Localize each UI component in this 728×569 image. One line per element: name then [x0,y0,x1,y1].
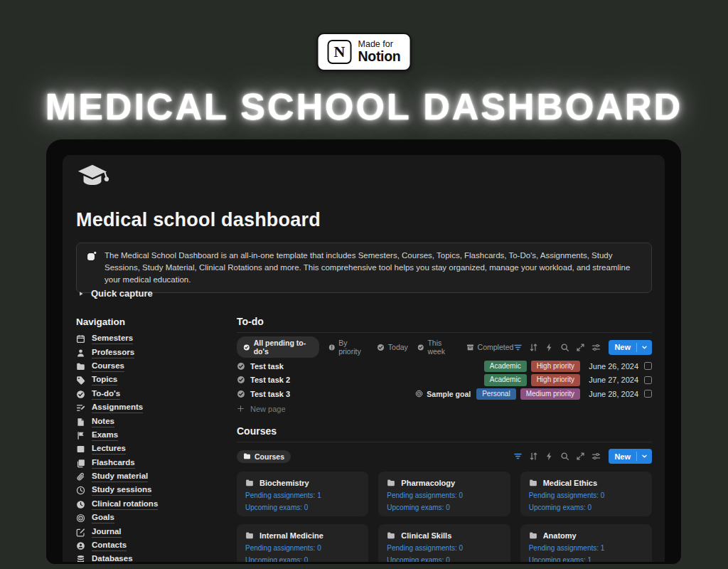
sidebar-item-journal[interactable]: Journal [76,525,227,538]
sidebar-item-flashcards[interactable]: Flashcards [76,457,227,470]
search-icon[interactable] [560,343,569,352]
new-page-button[interactable]: New page [237,405,652,413]
exclamation-circle-icon [328,344,336,351]
expand-icon[interactable] [576,343,585,352]
folder-icon [245,531,254,540]
course-card-internal-medicine[interactable]: Internal Medicine Pending assignments: 0… [237,524,368,562]
paperclip-icon [76,472,85,482]
search-icon[interactable] [560,452,569,461]
course-name: Clinical Skills [401,531,451,540]
sidebar-item-assignments[interactable]: Assignments [76,401,227,415]
check-circle-icon [237,390,245,398]
course-card-medical-ethics[interactable]: Medical Ethics Pending assignments: 0 Up… [520,472,652,516]
view-tab-today[interactable]: Today [377,343,408,351]
todo-tabs: All pending to-do's By priority Today Th… [237,336,513,358]
new-todo-button[interactable]: New [609,340,652,355]
sidebar-item-contacts[interactable]: Contacts [76,539,227,553]
quick-capture-label: Quick capture [91,288,153,299]
view-tab-all-pending-to-do-s[interactable]: All pending to-do's [237,336,319,358]
sidebar-item-notes[interactable]: Notes [76,415,227,428]
navigation-sidebar: Navigation Semesters Professors Courses … [76,317,227,562]
settings-icon[interactable] [592,343,601,352]
tag-academic: Academic [484,374,527,386]
sort-icon[interactable] [529,452,538,461]
upcoming-exams: Upcoming exams: 1 [529,556,643,562]
check-circle-icon [377,344,385,351]
page-title: Medical school dashboard [76,209,321,231]
sidebar-item-study-sessions[interactable]: Study sessions [76,484,227,497]
pending-assignments: Pending assignments: 0 [387,491,501,499]
done-checkbox[interactable] [644,362,652,370]
upcoming-exams: Upcoming exams: 0 [245,504,360,511]
lightning-icon[interactable] [545,452,554,461]
badge-notion: Notion [358,49,401,63]
view-tab-completed[interactable]: Completed [466,343,514,351]
done-checkbox[interactable] [644,376,652,384]
course-card-clinical-skills[interactable]: Clinical Skills Pending assignments: 0 U… [378,524,510,562]
todo-toolbar [513,343,601,352]
graduation-cap-icon [76,163,109,191]
sidebar-item-goals[interactable]: Goals [76,511,227,525]
new-button-label: New [609,452,636,461]
sort-icon[interactable] [529,343,538,352]
course-card-biochemistry[interactable]: Biochemistry Pending assignments: 1 Upco… [237,472,368,516]
chevron-down-icon[interactable] [641,453,648,459]
tag-group: AcademicHigh priority [484,374,580,386]
sidebar-item-semesters[interactable]: Semesters [76,332,227,346]
target-icon [415,390,423,398]
folder-icon [529,531,537,540]
courses-controls: New [513,449,652,464]
courses-grid: Biochemistry Pending assignments: 1 Upco… [237,472,652,562]
sidebar-item-lectures[interactable]: Lectures [76,442,227,456]
lightning-icon[interactable] [545,343,554,352]
marketing-canvas: N Made for Notion MEDICAL SCHOOL DASHBOA… [0,0,728,569]
done-checkbox[interactable] [644,390,652,398]
folder-icon [387,531,395,540]
view-tab-courses[interactable]: Courses [237,450,291,463]
settings-icon[interactable] [592,452,601,461]
course-name: Medical Ethics [543,479,597,487]
chevron-down-icon[interactable] [641,344,648,351]
screen-icon [76,445,85,454]
todo-row[interactable]: Test task 3 Sample goal PersonalMedium p… [237,387,652,401]
check-circle-icon [237,376,245,384]
sidebar-item-clinical-rotations[interactable]: Clinical rotations [76,498,227,511]
sidebar-item-topics[interactable]: Topics [76,373,227,387]
clock-filled-icon [76,500,85,509]
sidebar-item-to-do-s[interactable]: To-do's [76,388,227,401]
courses-toolbar [513,452,601,461]
database-icon [76,555,85,562]
new-course-button[interactable]: New [609,449,652,464]
course-card-pharmacology[interactable]: Pharmacology Pending assignments: 0 Upco… [378,472,510,516]
view-tab-this-week[interactable]: This week [417,339,457,356]
quick-capture-toggle[interactable]: Quick capture [77,288,153,299]
sidebar-item-study-material[interactable]: Study material [76,470,227,484]
view-tab-by-priority[interactable]: By priority [328,339,368,356]
folder-icon [387,479,395,487]
due-date: June 28, 2024 [586,390,638,398]
todo-row[interactable]: Test task AcademicHigh priority June 26,… [237,359,652,373]
folder-icon [76,362,85,371]
sidebar-item-professors[interactable]: Professors [76,346,227,359]
notion-logo-icon: N [328,40,352,64]
todo-row[interactable]: Test task 2 AcademicHigh priority June 2… [237,373,652,388]
folder-icon [529,479,537,487]
tag-medium-priority: Medium priority [520,388,580,400]
expand-icon[interactable] [576,452,585,461]
courses-view-bar: Courses New [237,449,652,464]
course-name: Biochemistry [259,479,309,487]
check-circle-icon [243,344,250,351]
made-for-notion-badge: N Made for Notion [317,33,412,71]
due-date: June 26, 2024 [586,362,638,371]
tag-group: AcademicHigh priority [484,361,580,373]
sidebar-item-databases[interactable]: Databases [76,553,227,562]
check-circle-icon [237,362,245,371]
todo-view-bar: All pending to-do's By priority Today Th… [237,339,652,355]
sidebar-item-exams[interactable]: Exams [76,429,227,442]
courses-tabs: Courses [237,450,291,463]
course-card-anatomy[interactable]: Anatomy Pending assignments: 1 Upcoming … [520,524,652,562]
filter-icon[interactable] [513,452,523,461]
tag-academic: Academic [484,361,527,373]
sidebar-item-courses[interactable]: Courses [76,360,227,373]
filter-icon[interactable] [513,343,523,352]
